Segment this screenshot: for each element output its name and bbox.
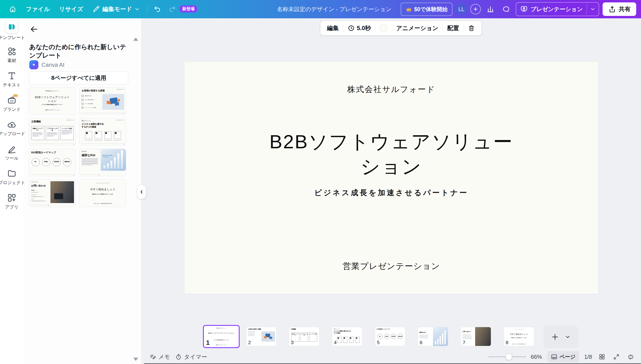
top-bar: ファイル リサイズ 編集モード 新登場 bbox=[0, 0, 641, 18]
timer-icon bbox=[175, 354, 182, 360]
source-name: Canva AI bbox=[42, 62, 65, 68]
add-page-button[interactable] bbox=[551, 333, 559, 341]
zoom-slider-thumb[interactable] bbox=[505, 354, 512, 360]
save-status-button[interactable]: 新登場 bbox=[186, 7, 191, 11]
menu-resize[interactable]: リサイズ bbox=[55, 2, 87, 16]
expand-icon bbox=[613, 354, 619, 360]
page-thumb-8[interactable]: ソリューションパートナー 今すぐ始めましょう 御社のビジネス成長をサポートします… bbox=[504, 327, 534, 346]
template-card-4[interactable]: 導入メリット SALFORD & CO ビジネス成果を最大化する4つの価値 1 … bbox=[79, 118, 126, 146]
sidebar-rail: テンプレート 素材 テキスト co ブランド アップロード ツール bbox=[0, 18, 24, 364]
present-button[interactable]: プレゼンテーション bbox=[516, 2, 587, 16]
sidebar-item-uploads[interactable]: アップロード bbox=[0, 116, 24, 140]
duration-button[interactable]: 5.0秒 bbox=[343, 21, 375, 35]
page-view-toggle[interactable]: ページ bbox=[547, 351, 579, 362]
template-card-5[interactable]: ROI実現ロードマップ 導入─ ─ 最適化─ ─ 効果測定─ ─ 継続改善─ ─… bbox=[29, 149, 76, 176]
notes-button[interactable]: メモ bbox=[147, 351, 173, 362]
page-thumb-3[interactable]: 主要機能 自動化 ワークフロー リアルタイム 分析 シームレス 統合 3 bbox=[289, 327, 319, 346]
sidebar-item-projects[interactable]: プロジェクト bbox=[0, 165, 24, 189]
template-card-6[interactable]: 投資対効果 確実なROI Business Chart 6 bbox=[79, 149, 126, 176]
redo-button[interactable] bbox=[165, 3, 179, 15]
page-thumb-7[interactable]: お問い合わせ 7 bbox=[461, 327, 491, 346]
notes-icon bbox=[150, 354, 156, 360]
slide-title-text[interactable]: B2Bソフトウェアソリューション bbox=[261, 129, 521, 179]
page-thumb-1[interactable]: 株式会社サルフォード B2Bソフトウェアソリューション ビジネス成長を加速させる… bbox=[203, 325, 240, 348]
contact-photo bbox=[51, 181, 74, 203]
document-title[interactable]: 名称未設定のデザイン - プレゼンテーション bbox=[277, 6, 392, 13]
page-view-icon bbox=[551, 354, 557, 360]
delete-page-button[interactable] bbox=[464, 21, 479, 35]
slide-canvas[interactable]: 株式会社サルフォード B2Bソフトウェアソリューション ビジネス成長を加速させる… bbox=[184, 62, 598, 294]
page-indicator: 1/8 bbox=[584, 354, 592, 360]
template-panel: あなたのために作られた新しいテンプレート ✦ Canva AI 8ページすべてに… bbox=[24, 18, 141, 364]
page-toolbar: 編集 5.0秒 アニメーション 配置 bbox=[320, 21, 481, 35]
page-thumb-2[interactable]: お客様が直面する課題 2 bbox=[246, 327, 277, 346]
elements-icon bbox=[7, 46, 17, 56]
undo-button[interactable] bbox=[151, 3, 164, 15]
animate-button[interactable]: アニメーション bbox=[392, 21, 443, 35]
template-card-2[interactable]: お客様が直面する課題 SALFORD & CO 1業務効率の低下 2コスト管理の… bbox=[79, 87, 126, 115]
trial-button[interactable]: $0で体験開始 bbox=[401, 2, 452, 16]
add-page-box bbox=[543, 326, 578, 348]
page-thumb-5[interactable]: ROI実現ロードマップ 導入 最適化 効果測定 継続改善 5 bbox=[375, 327, 405, 346]
sidebar-item-brand[interactable]: co ブランド bbox=[0, 92, 24, 116]
sidebar-item-templates[interactable]: テンプレート bbox=[0, 18, 24, 43]
grid-view-icon bbox=[599, 354, 605, 360]
undo-icon bbox=[154, 5, 162, 13]
pencil-icon bbox=[92, 5, 100, 13]
presentation-icon bbox=[520, 5, 528, 13]
scroll-down-arrow[interactable] bbox=[133, 358, 138, 361]
templates-icon bbox=[6, 20, 18, 33]
source-row: ✦ Canva AI bbox=[29, 60, 65, 69]
template-grid: 株式会社サルフォード B2Bソフトウェアソリューション ビジネス成長を加速させる… bbox=[29, 87, 136, 207]
chevron-down-icon bbox=[590, 6, 595, 12]
template-card-1[interactable]: 株式会社サルフォード B2Bソフトウェアソリューション ビジネス成長を加速させる… bbox=[29, 87, 76, 115]
menu-file[interactable]: ファイル bbox=[22, 2, 54, 16]
slide-footer-text[interactable]: 営業プレゼンテーション bbox=[184, 260, 598, 272]
template-card-7[interactable]: B2B SOLUTIONS お問い合わせ 電話番号+81-3-1234-5678… bbox=[29, 180, 76, 207]
avatar[interactable]: LL bbox=[456, 4, 467, 14]
share-button[interactable]: 共有 bbox=[602, 2, 636, 16]
zoom-slider[interactable] bbox=[488, 354, 525, 360]
page-thumb-4[interactable]: 導入メリット ビジネス成果を最大化する4つの価値 1 2 3 4 4 bbox=[332, 327, 362, 346]
slide-company-text[interactable]: 株式会社サルフォード bbox=[184, 84, 598, 95]
template-card-8[interactable]: ソリューションパートナー 今すぐ始めましょう 御社のビジネス成長をサポートします… bbox=[79, 180, 126, 207]
template-card-3[interactable]: 主要機能 SALFORD & CO 自動化 ワークフロー リアルタイム 分析 シ… bbox=[29, 118, 76, 146]
blocks-image bbox=[102, 94, 124, 110]
plus-icon bbox=[472, 6, 479, 12]
panel-collapse-handle[interactable] bbox=[137, 185, 146, 199]
apps-icon bbox=[7, 193, 17, 202]
grid-view-button[interactable] bbox=[597, 352, 606, 362]
home-button[interactable] bbox=[5, 2, 21, 16]
roi-chart-image: Business Chart bbox=[101, 149, 126, 171]
trash-icon bbox=[468, 25, 475, 32]
expand-strip-button[interactable] bbox=[565, 334, 571, 340]
status-bar: メモ タイマー 66% ページ 1/8 bbox=[141, 350, 641, 364]
redo-icon bbox=[168, 5, 176, 13]
bar-chart-icon bbox=[486, 5, 494, 13]
zoom-level[interactable]: 66% bbox=[531, 354, 542, 360]
back-button[interactable] bbox=[29, 24, 39, 34]
sidebar-item-elements[interactable]: 素材 bbox=[0, 43, 24, 67]
slide-subtitle-text[interactable]: ビジネス成長を加速させるパートナー bbox=[184, 188, 598, 198]
sidebar-item-tools[interactable]: ツール bbox=[0, 140, 24, 165]
timer-button[interactable]: タイマー bbox=[173, 351, 210, 362]
apply-all-button[interactable]: 8ページすべてに適用 bbox=[29, 71, 128, 84]
arrange-button[interactable]: 配置 bbox=[443, 21, 463, 35]
scroll-up-arrow[interactable] bbox=[133, 38, 138, 41]
crown-icon bbox=[405, 6, 412, 12]
background-color-swatch[interactable] bbox=[380, 24, 388, 32]
home-icon bbox=[9, 5, 17, 13]
insights-button[interactable] bbox=[484, 3, 496, 15]
add-member-button[interactable] bbox=[470, 4, 481, 14]
edit-button[interactable]: 編集 bbox=[323, 21, 343, 35]
sidebar-item-apps[interactable]: アプリ bbox=[0, 189, 24, 214]
chevron-down-icon bbox=[134, 6, 140, 12]
present-options-button[interactable] bbox=[587, 3, 599, 15]
fullscreen-button[interactable] bbox=[612, 352, 621, 362]
page-thumb-6[interactable]: 確実なROI 6 bbox=[418, 327, 448, 346]
sidebar-item-text[interactable]: テキスト bbox=[0, 67, 24, 92]
assistant-button[interactable] bbox=[626, 352, 635, 362]
panel-heading: あなたのために作られた新しいテンプレート bbox=[29, 43, 132, 60]
menu-edit-mode[interactable]: 編集モード bbox=[88, 2, 144, 16]
comments-button[interactable] bbox=[500, 3, 512, 15]
